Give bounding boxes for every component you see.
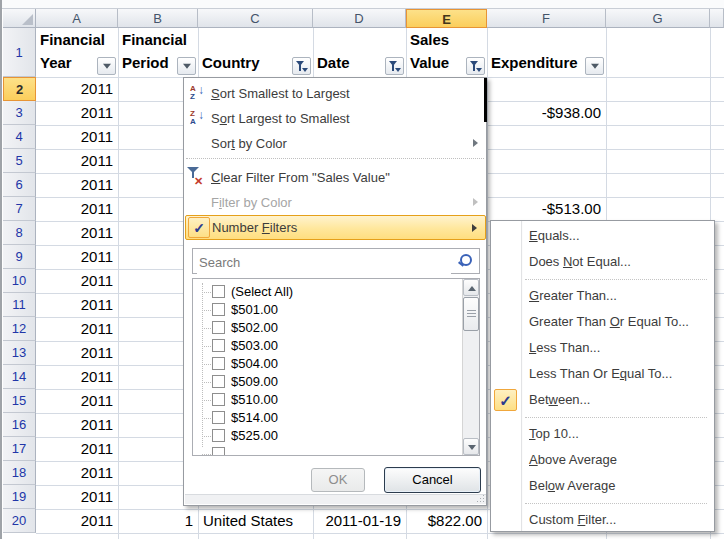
cell-A19[interactable]: 2011 [36, 485, 118, 509]
scroll-up-button[interactable] [463, 279, 479, 296]
cell-A2[interactable]: 2011 [36, 77, 118, 101]
submenu-item-greater-than[interactable]: Greater Than... [492, 283, 713, 309]
submenu-item-less-than-or-equal-to[interactable]: Less Than Or Equal To... [492, 361, 713, 387]
row-header-20[interactable]: 20 [3, 509, 36, 533]
column-header-F[interactable]: F [487, 9, 606, 28]
values-scrollbar[interactable] [462, 279, 479, 455]
column-header-G[interactable]: G [606, 9, 710, 28]
cell-A7[interactable]: 2011 [36, 197, 118, 221]
cell-A10[interactable]: 2011 [36, 269, 118, 293]
menu-item-sort-largest-to-smallest[interactable]: ZA↓Sort Largest to Smallest [185, 106, 486, 131]
column-header-C[interactable]: C [198, 9, 313, 28]
ok-button[interactable]: OK [311, 468, 365, 492]
value-checkbox[interactable] [212, 321, 225, 334]
row-header-13[interactable]: 13 [3, 341, 36, 365]
cell-A11[interactable]: 2011 [36, 293, 118, 317]
applied-filter-button-D[interactable] [385, 57, 404, 75]
column-header-A[interactable]: A [36, 9, 118, 28]
value-item[interactable]: $503.00 [193, 337, 459, 355]
row-header-15[interactable]: 15 [3, 389, 36, 413]
value-checkbox[interactable] [212, 303, 225, 316]
select-all-corner[interactable] [3, 9, 36, 28]
column-header-B[interactable]: B [118, 9, 198, 28]
row-header-16[interactable]: 16 [3, 413, 36, 437]
cell-F7[interactable]: -$513.00 [487, 197, 606, 221]
column-header-partial[interactable] [710, 9, 724, 28]
submenu-item-custom-filter[interactable]: Custom Filter... [492, 507, 713, 533]
value-item[interactable]: $514.00 [193, 409, 459, 427]
cell-A17[interactable]: 2011 [36, 437, 118, 461]
cell-A16[interactable]: 2011 [36, 413, 118, 437]
value-checkbox[interactable] [212, 285, 225, 298]
column-header-D[interactable]: D [313, 9, 406, 28]
filter-dropdown-button-F[interactable] [585, 57, 604, 75]
value-checkbox[interactable] [212, 429, 225, 442]
cell-A13[interactable]: 2011 [36, 341, 118, 365]
submenu-item-equals[interactable]: Equals... [492, 223, 713, 249]
applied-filter-button-C[interactable] [292, 57, 311, 75]
row-header-5[interactable]: 5 [3, 149, 36, 173]
submenu-item-above-average[interactable]: Above Average [492, 447, 713, 473]
row-header-12[interactable]: 12 [3, 317, 36, 341]
cell-F3[interactable]: -$938.00 [487, 101, 606, 125]
row-header-3[interactable]: 3 [3, 101, 36, 125]
menu-item-number-filters[interactable]: ✓Number Filters [185, 215, 486, 240]
column-header-E[interactable]: E [406, 9, 487, 28]
row-header-2[interactable]: 2 [3, 77, 36, 101]
scroll-thumb[interactable] [463, 297, 479, 331]
row-header-10[interactable]: 10 [3, 269, 36, 293]
value-item[interactable]: (Select All) [193, 283, 459, 301]
value-checkbox[interactable] [212, 447, 225, 456]
value-item[interactable]: $502.00 [193, 319, 459, 337]
cell-A5[interactable]: 2011 [36, 149, 118, 173]
cell-A3[interactable]: 2011 [36, 101, 118, 125]
value-item[interactable]: $525.00 [193, 427, 459, 445]
submenu-item-less-than[interactable]: Less Than... [492, 335, 713, 361]
row-header-11[interactable]: 11 [3, 293, 36, 317]
row-header-8[interactable]: 8 [3, 221, 36, 245]
cell-A9[interactable]: 2011 [36, 245, 118, 269]
applied-filter-button-E[interactable] [466, 57, 485, 75]
search-input[interactable] [197, 250, 451, 274]
submenu-item-between[interactable]: ✓Between... [492, 387, 713, 413]
value-item-partial[interactable] [193, 445, 459, 456]
menu-item-sort-smallest-to-largest[interactable]: AZ↓Sort Smallest to Largest [185, 81, 486, 106]
row-header-6[interactable]: 6 [3, 173, 36, 197]
cell-A18[interactable]: 2011 [36, 461, 118, 485]
row-header-1[interactable]: 1 [3, 28, 36, 77]
value-checkbox[interactable] [212, 411, 225, 424]
submenu-item-greater-than-or-equal-to[interactable]: Greater Than Or Equal To... [492, 309, 713, 335]
filter-dropdown-button-A[interactable] [97, 57, 116, 75]
value-checkbox[interactable] [212, 393, 225, 406]
filter-dropdown-button-B[interactable] [177, 57, 196, 75]
cell-A14[interactable]: 2011 [36, 365, 118, 389]
value-item[interactable]: $509.00 [193, 373, 459, 391]
row-header-4[interactable]: 4 [3, 125, 36, 149]
row-header-18[interactable]: 18 [3, 461, 36, 485]
cell-A6[interactable]: 2011 [36, 173, 118, 197]
row-header-19[interactable]: 19 [3, 485, 36, 509]
cell-A12[interactable]: 2011 [36, 317, 118, 341]
cell-A15[interactable]: 2011 [36, 389, 118, 413]
value-checkbox[interactable] [212, 339, 225, 352]
search-icon[interactable] [460, 254, 472, 266]
submenu-item-top-10[interactable]: Top 10... [492, 421, 713, 447]
cell-C20[interactable]: United States [198, 509, 313, 533]
value-checkbox[interactable] [212, 375, 225, 388]
cell-A4[interactable]: 2011 [36, 125, 118, 149]
submenu-item-below-average[interactable]: Below Average [492, 473, 713, 499]
row-header-17[interactable]: 17 [3, 437, 36, 461]
row-header-9[interactable]: 9 [3, 245, 36, 269]
value-item[interactable]: $504.00 [193, 355, 459, 373]
cell-A8[interactable]: 2011 [36, 221, 118, 245]
cell-D20[interactable]: 2011-01-19 [313, 509, 406, 533]
menu-item-sort-by-color[interactable]: Sort by Color [185, 131, 486, 156]
value-item[interactable]: $510.00 [193, 391, 459, 409]
scroll-down-button[interactable] [463, 438, 479, 455]
value-checkbox[interactable] [212, 357, 225, 370]
menu-item-clear-filter[interactable]: ✕Clear Filter From "Sales Value" [185, 165, 486, 190]
value-item[interactable]: $501.00 [193, 301, 459, 319]
row-header-14[interactable]: 14 [3, 365, 36, 389]
cancel-button[interactable]: Cancel [384, 467, 481, 493]
submenu-item-does-not-equal[interactable]: Does Not Equal... [492, 249, 713, 275]
